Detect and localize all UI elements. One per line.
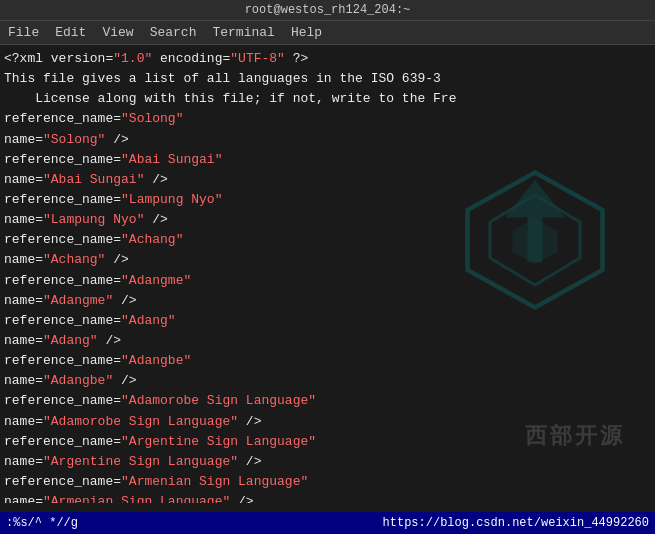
terminal-line: reference_name="Armenian Sign Language"	[4, 472, 651, 492]
menu-search[interactable]: Search	[150, 25, 197, 40]
terminal-line: name="Argentine Sign Language" />	[4, 452, 651, 472]
terminal-line: name="Achang" />	[4, 250, 651, 270]
vim-command: :%s/^ *//g	[6, 516, 78, 530]
terminal-line: License along with this file; if not, wr…	[4, 89, 651, 109]
menu-bar: File Edit View Search Terminal Help	[0, 21, 655, 45]
terminal-line: name="Adang" />	[4, 331, 651, 351]
menu-view[interactable]: View	[102, 25, 133, 40]
menu-edit[interactable]: Edit	[55, 25, 86, 40]
menu-file[interactable]: File	[8, 25, 39, 40]
terminal-line: reference_name="Adang"	[4, 311, 651, 331]
terminal-line: name="Adamorobe Sign Language" />	[4, 412, 651, 432]
terminal-line: <?xml version="1.0" encoding="UTF-8" ?>	[4, 49, 651, 69]
status-bar: :%s/^ *//g https://blog.csdn.net/weixin_…	[0, 512, 655, 534]
terminal-line: reference_name="Abai Sungai"	[4, 150, 651, 170]
terminal-line: name="Adangbe" />	[4, 371, 651, 391]
terminal-line: reference_name="Adangbe"	[4, 351, 651, 371]
terminal-line: name="Solong" />	[4, 130, 651, 150]
title-bar: root@westos_rh124_204:~	[0, 0, 655, 21]
url-text: https://blog.csdn.net/weixin_44992260	[383, 516, 649, 530]
title-text: root@westos_rh124_204:~	[245, 3, 411, 17]
terminal-line: This file gives a list of all languages …	[4, 69, 651, 89]
menu-terminal[interactable]: Terminal	[212, 25, 274, 40]
terminal-line: reference_name="Argentine Sign Language"	[4, 432, 651, 452]
terminal-line: name="Adangme" />	[4, 291, 651, 311]
terminal-line: name="Lampung Nyo" />	[4, 210, 651, 230]
terminal-line: reference_name="Lampung Nyo"	[4, 190, 651, 210]
terminal-line: name="Abai Sungai" />	[4, 170, 651, 190]
menu-help[interactable]: Help	[291, 25, 322, 40]
terminal-line: reference_name="Achang"	[4, 230, 651, 250]
terminal-line: reference_name="Adamorobe Sign Language"	[4, 391, 651, 411]
terminal-line: reference_name="Solong"	[4, 109, 651, 129]
terminal-line: name="Armenian Sign Language" />	[4, 492, 651, 503]
terminal-line: reference_name="Adangme"	[4, 271, 651, 291]
terminal-content: 西部开源 <?xml version="1.0" encoding="UTF-8…	[0, 45, 655, 503]
